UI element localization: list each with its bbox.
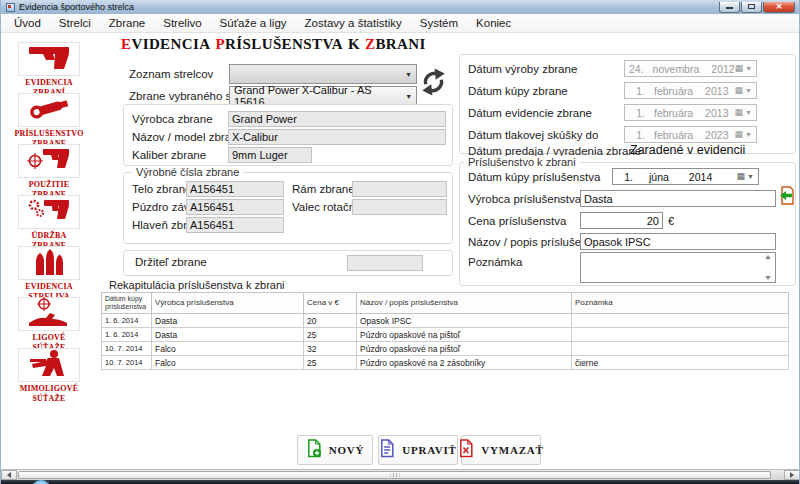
menu-item-zbrane[interactable]: Zbrane bbox=[100, 15, 154, 31]
weapons-select[interactable]: Grand Power X-Calibur - AS 15616 ▼ bbox=[229, 86, 417, 106]
weapon-info-group: Výrobca zbrane Názov / model zbrane Kali… bbox=[123, 104, 453, 166]
menu-item-sutaze-a-ligy[interactable]: Súťaže a ligy bbox=[211, 15, 296, 31]
datum-vyroby-label: Dátum výroby zbrane bbox=[468, 63, 577, 75]
pistol-icon bbox=[25, 44, 73, 74]
delete-button[interactable]: VYMAZAŤ bbox=[461, 435, 541, 465]
maximize-icon bbox=[748, 4, 755, 9]
col-vyrobca[interactable]: Výrobca príslušenstva bbox=[152, 293, 304, 314]
close-icon: ✕ bbox=[776, 3, 783, 11]
vyrobca-prislusenstva-label: Výrobca príslušenstva bbox=[468, 193, 581, 205]
kaliber-field[interactable] bbox=[228, 147, 312, 163]
kaliber-label: Kaliber zbrane bbox=[132, 149, 206, 161]
import-button[interactable] bbox=[779, 186, 795, 210]
datum-evidencie-picker[interactable]: 1.februára2013 ▦▼ bbox=[624, 104, 757, 121]
close-button[interactable]: ✕ bbox=[763, 2, 795, 13]
import-icon bbox=[779, 192, 795, 209]
vyrobca-prislusenstva-field[interactable] bbox=[580, 190, 776, 207]
scroll-left-button[interactable] bbox=[1, 470, 17, 480]
col-cena[interactable]: Cena v € bbox=[304, 293, 357, 314]
scrollbar-thumb[interactable] bbox=[18, 471, 771, 479]
serial-numbers-legend: Výrobné čísla zbrane bbox=[132, 166, 243, 178]
refresh-icon bbox=[420, 84, 447, 101]
menu-item-strelci[interactable]: Strelci bbox=[50, 15, 100, 31]
accessory-legend: Príslušenstvo k zbrani bbox=[464, 156, 580, 168]
poznamka-field[interactable] bbox=[580, 252, 776, 283]
start-orb-icon[interactable] bbox=[31, 480, 51, 484]
ram-field[interactable] bbox=[352, 181, 447, 197]
minimize-button[interactable] bbox=[719, 2, 740, 13]
datum-kupy-label: Dátum kúpy zbrane bbox=[468, 85, 568, 97]
scroll-left-icon bbox=[7, 472, 11, 478]
accessories-table: Dátum kúpy príslušenstva Výrobca prísluš… bbox=[101, 292, 789, 370]
cena-prislusenstva-field[interactable] bbox=[580, 212, 663, 229]
valec-label: Valec rotačný bbox=[292, 201, 361, 213]
menu-item-system[interactable]: Systém bbox=[411, 15, 467, 31]
sidebar-item-ligove-sutaze[interactable]: LIGOVÉSÚŤAŽE bbox=[1, 297, 97, 352]
shooters-label: Zoznam strelcov bbox=[129, 68, 213, 80]
textarea-scrollbar[interactable] bbox=[762, 253, 774, 282]
sidebar-item-pouzitie-zbrane[interactable]: POUŽITIEZBRANE bbox=[1, 144, 97, 199]
scrollbar-grip bbox=[390, 473, 399, 477]
puzdro-field[interactable] bbox=[186, 199, 284, 215]
edit-document-icon bbox=[379, 439, 395, 461]
drzitel-field[interactable] bbox=[347, 255, 423, 271]
col-nazov[interactable]: Názov / popis príslušenstva bbox=[357, 293, 572, 314]
scroll-right-icon bbox=[790, 472, 794, 478]
holder-group: Držiteľ zbrane bbox=[123, 250, 453, 276]
sidebar-item-evidencia-streliva[interactable]: EVIDENCIASTRELIVA bbox=[1, 246, 97, 301]
sidebar: EVIDENCIAZBRANÍ PRÍSLUŠENSTVOZBRANE POUŽ… bbox=[1, 33, 101, 453]
menu-item-zostavy-a-statistiky[interactable]: Zostavy a štatistiky bbox=[296, 15, 411, 31]
pistol-crosshair-icon bbox=[25, 145, 73, 177]
scroll-up-icon bbox=[765, 255, 771, 259]
status-zaradene: Zaradené v evidencii bbox=[630, 143, 745, 157]
scroll-right-button[interactable] bbox=[784, 470, 800, 480]
calendar-icon: ▦ bbox=[735, 108, 744, 117]
menu-item-strelivo[interactable]: Strelivo bbox=[154, 15, 210, 31]
new-button[interactable]: NOVÝ bbox=[297, 435, 373, 465]
datum-kupy-picker[interactable]: 1.februára2013 ▦▼ bbox=[624, 82, 757, 99]
scroll-down-icon bbox=[765, 276, 771, 280]
nazov-prislusenstva-field[interactable] bbox=[580, 233, 776, 250]
accessory-group: Príslušenstvo k zbrani Dátum kúpy príslu… bbox=[459, 162, 796, 286]
col-datum-kupy[interactable]: Dátum kúpy príslušenstva bbox=[102, 293, 152, 314]
table-row[interactable]: 10. 7. 2014Falco32Púzdro opaskové na piš… bbox=[102, 342, 789, 356]
pistol-gear-icon bbox=[25, 196, 73, 228]
table-row[interactable]: 10. 7. 2014Falco25Púzdro opaskové na 2 z… bbox=[102, 356, 789, 370]
telo-field[interactable] bbox=[186, 181, 284, 197]
taskbar-sliver bbox=[1, 480, 800, 484]
application-window: Evidencia športového strelca ✕ Úvod Stre… bbox=[0, 0, 800, 484]
vyrobca-zbrane-field[interactable] bbox=[228, 111, 446, 127]
cena-prislusenstva-label: Cena príslušenstva bbox=[468, 215, 566, 227]
horizontal-scrollbar[interactable] bbox=[1, 469, 800, 480]
maximize-button[interactable] bbox=[741, 2, 762, 13]
menu-item-koniec[interactable]: Koniec bbox=[467, 15, 520, 31]
valec-field[interactable] bbox=[352, 199, 447, 215]
page-title: EVIDENCIAPRÍSLUŠENSTVAKZBRANI bbox=[121, 36, 431, 53]
col-poznamka[interactable]: Poznámka bbox=[572, 293, 789, 314]
datum-tlakovej-picker[interactable]: 1.februára2023 ▦▼ bbox=[624, 126, 757, 143]
nazov-model-field[interactable] bbox=[228, 129, 446, 145]
datum-kupy-prislusenstva-picker[interactable]: 1.júna2014 ▦▼ bbox=[612, 168, 759, 185]
hlaven-field[interactable] bbox=[186, 217, 284, 233]
calendar-icon: ▦ bbox=[735, 130, 744, 139]
table-row[interactable]: 1. 6. 2014Dasta25Púzdro opaskové na pišt… bbox=[102, 328, 789, 342]
currency-label: € bbox=[668, 215, 674, 227]
sidebar-item-prislusenstvo-zbrane[interactable]: PRÍSLUŠENSTVOZBRANE bbox=[1, 93, 97, 148]
menu-item-uvod[interactable]: Úvod bbox=[5, 15, 50, 31]
sidebar-item-mimoligove-sutaze[interactable]: MIMOLIGOVÉSÚŤAŽE bbox=[1, 348, 97, 403]
shooters-select[interactable]: ▼ bbox=[229, 64, 417, 84]
datum-kupy-prislusenstva-label: Dátum kúpy príslušenstva bbox=[468, 171, 600, 183]
refresh-button[interactable] bbox=[420, 66, 447, 98]
table-row[interactable]: 1. 6. 2014Dasta20Opasok IPSC bbox=[102, 314, 789, 328]
edit-button[interactable]: UPRAVIŤ bbox=[378, 435, 458, 465]
chevron-down-icon: ▼ bbox=[745, 131, 752, 138]
sidebar-item-udrzba-zbrane[interactable]: ÚDRŽBAZBRANE bbox=[1, 195, 97, 250]
sidebar-item-evidencia-zbrani[interactable]: EVIDENCIAZBRANÍ bbox=[1, 42, 97, 97]
new-document-icon bbox=[306, 439, 322, 461]
app-icon bbox=[6, 3, 15, 12]
ram-label: Rám zbrane bbox=[292, 183, 355, 195]
bullets-icon bbox=[29, 247, 69, 279]
datum-vyroby-picker[interactable]: 24.novembra2012 ▦▼ bbox=[624, 60, 757, 77]
chevron-down-icon: ▼ bbox=[401, 71, 416, 78]
chevron-down-icon: ▼ bbox=[747, 173, 754, 180]
